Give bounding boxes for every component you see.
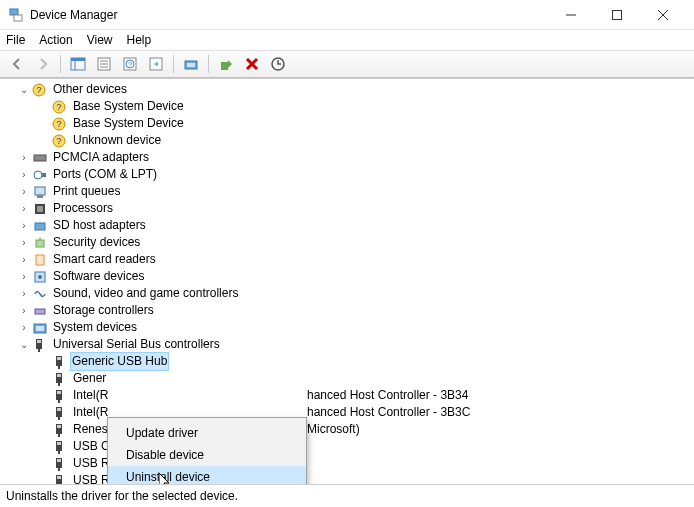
device-icon	[32, 320, 48, 336]
chevron-right-icon[interactable]: ›	[18, 305, 30, 317]
device-icon	[32, 303, 48, 319]
tree-item-other-devices[interactable]: ⌄ ? Other devices	[18, 81, 694, 98]
usb-icon	[52, 354, 68, 370]
close-button[interactable]	[640, 0, 686, 30]
back-button[interactable]	[6, 53, 28, 75]
chevron-right-icon[interactable]: ›	[18, 322, 30, 334]
ctx-uninstall-device[interactable]: Uninstall device	[108, 466, 306, 485]
device-icon	[32, 167, 48, 183]
tree-label: Ports (COM & LPT)	[52, 166, 158, 183]
minimize-button[interactable]	[548, 0, 594, 30]
chevron-right-icon[interactable]: ›	[18, 237, 30, 249]
tree-scroll[interactable]: ⌄ ? Other devices ?Base System Device ?B…	[0, 79, 694, 484]
svg-rect-45	[36, 326, 44, 331]
help-button[interactable]: ?	[119, 53, 141, 75]
tree-item[interactable]: ›Ports (COM & LPT)	[18, 166, 694, 183]
tree-item[interactable]: ?Base System Device	[52, 98, 694, 115]
menu-help[interactable]: Help	[127, 33, 152, 47]
chevron-down-icon[interactable]: ⌄	[18, 339, 30, 351]
tree-item[interactable]: ›PCMCIA adapters	[18, 149, 694, 166]
menu-action[interactable]: Action	[39, 33, 72, 47]
tree-label: Other devices	[52, 81, 128, 98]
chevron-right-icon[interactable]: ›	[18, 203, 30, 215]
svg-rect-35	[37, 195, 43, 198]
chevron-right-icon[interactable]: ›	[18, 152, 30, 164]
menubar: File Action View Help	[0, 30, 694, 50]
tree-label: Gener	[72, 370, 107, 387]
chevron-right-icon[interactable]: ›	[18, 288, 30, 300]
chevron-right-icon[interactable]: ›	[18, 169, 30, 181]
usb-icon	[52, 439, 68, 455]
chevron-right-icon[interactable]: ›	[18, 271, 30, 283]
usb-icon	[52, 456, 68, 472]
chevron-right-icon[interactable]: ›	[18, 186, 30, 198]
tree-item[interactable]: ›Storage controllers	[18, 302, 694, 319]
forward-button[interactable]	[32, 53, 54, 75]
svg-rect-31	[34, 155, 46, 161]
svg-rect-34	[35, 187, 45, 195]
tree-label: Base System Device	[72, 98, 185, 115]
ctx-update-driver[interactable]: Update driver	[108, 422, 306, 444]
device-icon	[32, 150, 48, 166]
tree-item[interactable]: Generic USB Hub	[52, 353, 694, 370]
svg-rect-47	[37, 340, 41, 343]
show-hide-tree-button[interactable]	[67, 53, 89, 75]
tree-label: Software devices	[52, 268, 145, 285]
tree-item[interactable]: Gener	[52, 370, 694, 387]
enable-device-button[interactable]	[215, 53, 237, 75]
tree-item[interactable]: ›Print queues	[18, 183, 694, 200]
tree-label: Sound, video and game controllers	[52, 285, 239, 302]
export-button[interactable]	[145, 53, 167, 75]
uninstall-device-button[interactable]	[241, 53, 263, 75]
statusbar: Uninstalls the driver for the selected d…	[0, 485, 694, 507]
chevron-right-icon[interactable]: ›	[18, 254, 30, 266]
tree-item[interactable]: Intel(Rhanced Host Controller - 3B34	[52, 387, 694, 404]
properties-button[interactable]	[93, 53, 115, 75]
tree-item[interactable]: ›Smart card readers	[18, 251, 694, 268]
usb-icon	[52, 371, 68, 387]
device-icon	[32, 269, 48, 285]
menu-file[interactable]: File	[6, 33, 25, 47]
svg-text:?: ?	[36, 85, 41, 95]
cursor-icon	[159, 473, 171, 485]
tree-item[interactable]: ?Unknown device	[52, 132, 694, 149]
svg-rect-3	[613, 10, 622, 19]
toolbar: ?	[0, 50, 694, 78]
svg-text:?: ?	[56, 136, 61, 146]
scan-hardware-button[interactable]	[267, 53, 289, 75]
svg-text:?: ?	[128, 60, 133, 69]
svg-rect-33	[42, 173, 46, 177]
tree-item[interactable]: ›Sound, video and game controllers	[18, 285, 694, 302]
svg-rect-7	[71, 58, 85, 61]
update-driver-button[interactable]	[180, 53, 202, 75]
tree-item[interactable]: ›Security devices	[18, 234, 694, 251]
maximize-button[interactable]	[594, 0, 640, 30]
window-title: Device Manager	[30, 8, 548, 22]
svg-rect-51	[57, 374, 61, 377]
device-tree: ⌄ ? Other devices ?Base System Device ?B…	[0, 79, 694, 484]
ctx-disable-device[interactable]: Disable device	[108, 444, 306, 466]
device-icon	[32, 235, 48, 251]
tree-label: System devices	[52, 319, 138, 336]
chevron-down-icon[interactable]: ⌄	[18, 84, 30, 96]
svg-rect-53	[57, 391, 61, 394]
device-icon	[32, 218, 48, 234]
tree-item[interactable]: ?Base System Device	[52, 115, 694, 132]
menu-view[interactable]: View	[87, 33, 113, 47]
app-icon	[8, 7, 24, 23]
unknown-icon: ?	[32, 82, 48, 98]
svg-point-32	[34, 171, 42, 179]
tree-label: USB R	[72, 472, 111, 484]
tree-label: Unknown device	[72, 132, 162, 149]
tree-item[interactable]: ›System devices	[18, 319, 694, 336]
usb-icon	[32, 337, 48, 353]
tree-item[interactable]: ›SD host adapters	[18, 217, 694, 234]
tree-label: Storage controllers	[52, 302, 155, 319]
device-icon	[32, 286, 48, 302]
tree-label: Generic USB Hub	[70, 352, 169, 371]
tree-item-usb-controllers[interactable]: ⌄ Universal Serial Bus controllers	[18, 336, 694, 353]
tree-item[interactable]: ›Processors	[18, 200, 694, 217]
tree-label-tail: hanced Host Controller - 3B34	[307, 387, 468, 404]
tree-item[interactable]: ›Software devices	[18, 268, 694, 285]
chevron-right-icon[interactable]: ›	[18, 220, 30, 232]
